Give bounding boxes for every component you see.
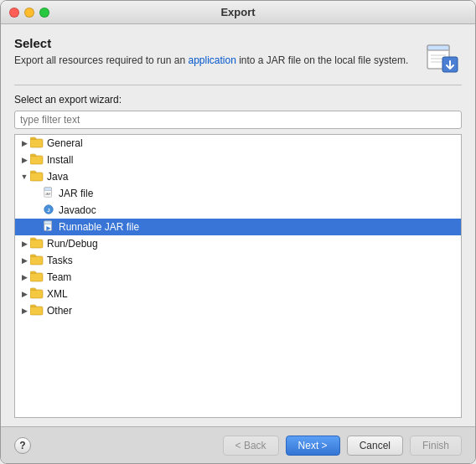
svg-rect-11 bbox=[44, 187, 52, 190]
tree-item-java[interactable]: Java bbox=[15, 168, 461, 185]
tree-container[interactable]: General Install Java JAR JAR file J Java… bbox=[14, 134, 462, 418]
export-icon bbox=[422, 36, 462, 76]
svg-rect-22 bbox=[30, 307, 43, 315]
tree-icon-install bbox=[30, 153, 47, 168]
svg-text:J: J bbox=[47, 206, 49, 212]
back-button[interactable]: < Back bbox=[223, 436, 279, 456]
header-separator bbox=[14, 85, 462, 85]
page-title: Select bbox=[14, 36, 411, 50]
cancel-button[interactable]: Cancel bbox=[347, 436, 403, 456]
main-content: Select Export all resources required to … bbox=[1, 24, 475, 426]
tree-label-jar-file: JAR file bbox=[59, 188, 93, 199]
tree-arrow-jar-file bbox=[30, 188, 42, 199]
minimize-button[interactable] bbox=[24, 8, 34, 18]
tree-label-other: Other bbox=[47, 305, 72, 317]
header-section: Select Export all resources required to … bbox=[14, 36, 462, 76]
bottom-left: ? bbox=[14, 437, 31, 454]
tree-arrow-java bbox=[18, 171, 30, 183]
tree-item-run-debug[interactable]: Run/Debug bbox=[15, 235, 461, 252]
tree-icon-java bbox=[30, 170, 47, 184]
tree-label-run-debug: Run/Debug bbox=[47, 238, 98, 250]
tree-item-other[interactable]: Other bbox=[15, 302, 461, 319]
svg-rect-20 bbox=[30, 273, 43, 281]
tree-icon-jar-file: JAR bbox=[42, 187, 59, 201]
svg-rect-8 bbox=[30, 156, 43, 164]
filter-input[interactable] bbox=[14, 111, 462, 129]
tree-label-tasks: Tasks bbox=[47, 255, 73, 266]
window-title: Export bbox=[220, 6, 255, 18]
tree-label-runnable-jar-file: Runnable JAR file bbox=[59, 221, 139, 233]
tree-item-general[interactable]: General bbox=[15, 135, 461, 152]
tree-item-tasks[interactable]: Tasks bbox=[15, 252, 461, 269]
tree-icon-other bbox=[30, 304, 47, 318]
tree-item-team[interactable]: Team bbox=[15, 269, 461, 286]
tree-item-runnable-jar-file[interactable]: Runnable JAR file bbox=[15, 219, 461, 235]
tree-arrow-runnable-jar-file bbox=[30, 221, 42, 233]
header-description: Export all resources required to run an … bbox=[14, 54, 411, 68]
header-text-block: Select Export all resources required to … bbox=[14, 36, 411, 68]
tree-label-xml: XML bbox=[47, 288, 68, 300]
bottom-right: < Back Next > Cancel Finish bbox=[223, 436, 462, 456]
tree-icon-tasks bbox=[30, 254, 47, 268]
tree-arrow-other bbox=[18, 305, 30, 317]
svg-text:JAR: JAR bbox=[45, 192, 51, 195]
export-svg-icon bbox=[424, 39, 459, 74]
tree-arrow-run-debug bbox=[18, 238, 30, 250]
wizard-label: Select an export wizard: bbox=[14, 94, 462, 106]
tree-arrow-xml bbox=[18, 288, 30, 300]
svg-rect-18 bbox=[30, 240, 43, 248]
tree-icon-xml bbox=[30, 287, 47, 302]
svg-rect-1 bbox=[427, 45, 449, 50]
tree-icon-general bbox=[30, 137, 47, 151]
tree-arrow-general bbox=[18, 137, 30, 149]
tree-item-jar-file[interactable]: JAR JAR file bbox=[15, 185, 461, 202]
tree-item-javadoc[interactable]: J Javadoc bbox=[15, 202, 461, 219]
svg-rect-19 bbox=[30, 256, 43, 265]
tree-arrow-tasks bbox=[18, 255, 30, 266]
help-button[interactable]: ? bbox=[14, 437, 31, 454]
svg-rect-16 bbox=[44, 220, 52, 224]
close-button[interactable] bbox=[9, 8, 19, 18]
tree-item-xml[interactable]: XML bbox=[15, 286, 461, 302]
tree-icon-team bbox=[30, 271, 47, 285]
tree-label-install: Install bbox=[47, 154, 73, 166]
tree-icon-runnable-jar-file bbox=[42, 220, 59, 235]
tree-arrow-team bbox=[18, 271, 30, 283]
svg-rect-21 bbox=[30, 290, 43, 298]
finish-button[interactable]: Finish bbox=[410, 436, 462, 456]
tree-label-team: Team bbox=[47, 271, 71, 283]
next-button[interactable]: Next > bbox=[286, 436, 340, 456]
maximize-button[interactable] bbox=[39, 8, 49, 18]
tree-arrow-install bbox=[18, 154, 30, 166]
tree-item-install[interactable]: Install bbox=[15, 152, 461, 168]
tree-icon-run-debug bbox=[30, 237, 47, 251]
tree-label-javadoc: Javadoc bbox=[59, 204, 96, 216]
traffic-lights[interactable] bbox=[9, 8, 49, 18]
tree-label-general: General bbox=[47, 137, 83, 149]
svg-rect-7 bbox=[30, 139, 43, 147]
title-bar: Export bbox=[1, 1, 475, 24]
tree-icon-javadoc: J bbox=[42, 204, 59, 218]
application-link[interactable]: application bbox=[188, 54, 235, 66]
tree-arrow-javadoc bbox=[30, 204, 42, 216]
bottom-bar: ? < Back Next > Cancel Finish bbox=[1, 426, 475, 463]
tree-label-java: Java bbox=[47, 171, 68, 183]
svg-rect-9 bbox=[30, 173, 43, 181]
